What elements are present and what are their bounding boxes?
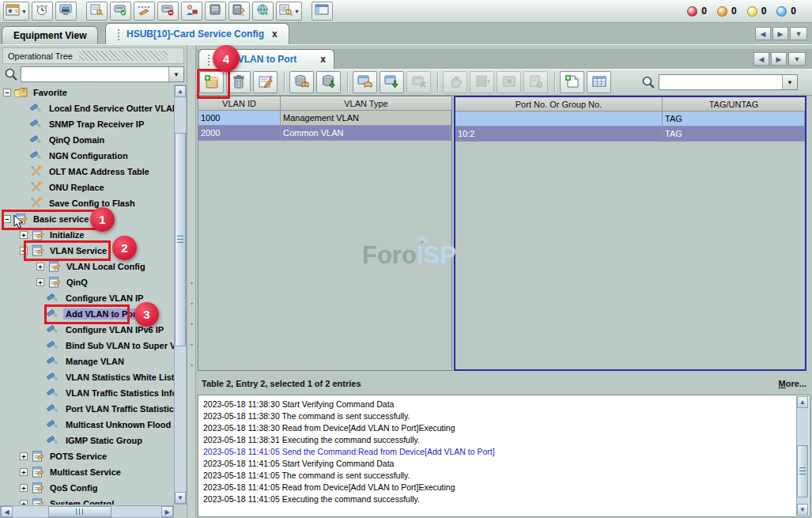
license-button[interactable] xyxy=(86,2,108,21)
tab-equipment-view[interactable]: Equipment View xyxy=(2,26,98,44)
tree-item[interactable]: VLAN Traffic Statistics Info xyxy=(0,385,174,401)
tab-card-service-config[interactable]: HSUB[10]-Card Service Config x xyxy=(105,23,289,44)
scrollbar-thumb[interactable] xyxy=(797,445,808,497)
tab-list-dropdown-icon[interactable]: ▼ xyxy=(788,52,806,66)
dropdown-arrow-icon[interactable]: ▼ xyxy=(294,9,300,14)
device-confirm-button[interactable] xyxy=(110,2,131,21)
expand-icon[interactable]: + xyxy=(20,484,28,492)
tree-item[interactable]: +QinQ xyxy=(0,274,174,290)
collapse-icon[interactable]: − xyxy=(20,247,28,255)
more-link[interactable]: More... xyxy=(779,379,806,388)
scroll-down-icon[interactable]: ▼ xyxy=(797,504,808,516)
tree-item[interactable]: +QoS Config xyxy=(0,480,174,496)
tree-vertical-scrollbar[interactable]: ▲ ▼ xyxy=(174,85,187,505)
collapse-icon[interactable]: − xyxy=(3,89,11,96)
tree-item[interactable]: Save Config to Flash xyxy=(0,195,174,211)
scrollbar-thumb[interactable] xyxy=(48,506,111,517)
table-row[interactable]: 2000Common VLAN xyxy=(198,126,451,141)
tree-item[interactable]: −Favorite xyxy=(0,85,174,100)
web-manage-button[interactable] xyxy=(252,2,274,21)
delete-entry-button[interactable] xyxy=(226,71,251,93)
collapse-icon[interactable]: − xyxy=(3,215,11,223)
new-page-button[interactable] xyxy=(560,71,584,93)
tree-item[interactable]: SNMP Trap Receiver IP xyxy=(0,116,174,132)
tree-item[interactable]: Manage VLAN xyxy=(0,354,174,369)
scroll-down-icon[interactable]: ▼ xyxy=(175,492,186,504)
tree-item[interactable]: Add VLAN to Port xyxy=(0,306,174,322)
tree-item[interactable]: +System Control xyxy=(0,496,174,505)
tab-list-dropdown-icon[interactable]: ▼ xyxy=(790,27,807,40)
scroll-up-icon[interactable]: ▲ xyxy=(797,396,808,408)
chevron-down-icon[interactable]: ▼ xyxy=(168,67,183,81)
tree-item[interactable]: Port VLAN Traffic Statistics xyxy=(0,401,174,417)
dropdown-arrow-icon[interactable]: ▼ xyxy=(21,9,27,14)
table-row[interactable]: 1000Management VLAN xyxy=(198,111,451,126)
column-header[interactable]: TAG/UNTAG xyxy=(663,97,805,112)
add-entry-button[interactable] xyxy=(199,71,224,93)
close-icon[interactable]: x xyxy=(320,54,326,65)
expand-icon[interactable]: + xyxy=(20,452,28,460)
tree-search-input[interactable] xyxy=(21,67,168,81)
tree-item[interactable]: +POTS Service xyxy=(0,448,174,464)
tree-item[interactable]: OLT MAC Address Table xyxy=(0,164,174,180)
expand-icon[interactable]: + xyxy=(20,500,28,505)
scroll-right-icon[interactable]: ▶ xyxy=(161,506,173,517)
tree-item[interactable]: QinQ Domain xyxy=(0,132,174,148)
tab-scroll-left-icon[interactable]: ◀ xyxy=(755,27,771,40)
alarm-indicator-critical[interactable]: 0 xyxy=(687,6,707,17)
workspace-button[interactable]: ▼ xyxy=(3,2,29,21)
read-from-device-button[interactable] xyxy=(353,71,377,93)
tree-item[interactable]: −VLAN Service xyxy=(0,243,174,259)
scroll-up-icon[interactable]: ▲ xyxy=(175,85,186,97)
expand-icon[interactable]: + xyxy=(20,231,28,239)
tab-add-vlan-to-port[interactable]: Add VLAN to Port x xyxy=(198,49,334,69)
server-button[interactable] xyxy=(205,2,226,21)
close-icon[interactable]: x xyxy=(272,28,278,40)
tree-horizontal-scrollbar[interactable]: ◀ ▶ xyxy=(0,505,174,518)
column-header[interactable]: VLAN Type xyxy=(281,96,451,111)
show-table-button[interactable] xyxy=(587,71,611,93)
tab-scroll-left-icon[interactable]: ◀ xyxy=(753,52,769,66)
onu-monitor-button[interactable] xyxy=(55,2,77,21)
table-row[interactable]: TAG xyxy=(455,112,805,127)
table-row[interactable]: 10:2TAG xyxy=(455,127,805,142)
tree-item[interactable]: Multicast Unknown Flood xyxy=(0,417,174,433)
expand-icon[interactable]: + xyxy=(20,468,28,476)
table-search-input[interactable] xyxy=(659,75,782,89)
read-from-db-button[interactable] xyxy=(289,71,314,93)
tree-item[interactable]: +Initialize xyxy=(0,227,174,243)
chevron-down-icon[interactable]: ▼ xyxy=(782,75,797,89)
tab-scroll-right-icon[interactable]: ▶ xyxy=(771,52,787,66)
schedule-task-button[interactable] xyxy=(32,2,53,21)
tree-item[interactable]: NGN Configuration xyxy=(0,148,174,164)
panel-window-button[interactable] xyxy=(312,2,333,21)
server-user-button[interactable] xyxy=(228,2,250,21)
log-search-button[interactable]: ▼ xyxy=(276,2,302,21)
alarm-indicator-major[interactable]: 0 xyxy=(717,6,737,17)
line-test-button[interactable] xyxy=(134,2,155,21)
apply-to-device-button[interactable] xyxy=(380,71,404,93)
tree-item[interactable]: Configure VLAN IPv6 IP xyxy=(0,322,174,338)
log-vertical-scrollbar[interactable]: ▲ ▼ xyxy=(796,396,809,516)
user-service-button[interactable] xyxy=(181,2,202,21)
expand-icon[interactable]: + xyxy=(36,278,44,286)
tree-item[interactable]: Local End Service Outter VLAN xyxy=(0,100,174,116)
tree-item[interactable]: +Multicast Service xyxy=(0,464,174,480)
tree-item[interactable]: −Basic service xyxy=(0,211,174,227)
tab-scroll-right-icon[interactable]: ▶ xyxy=(772,27,788,40)
tree-item[interactable]: +VLAN Local Config xyxy=(0,259,174,274)
alarm-indicator-minor[interactable]: 0 xyxy=(747,6,767,17)
panel-splitter[interactable] xyxy=(187,45,196,518)
tree-item[interactable]: ONU Replace xyxy=(0,180,174,195)
tree-item[interactable]: Bind Sub VLAN to Super VL xyxy=(0,338,174,354)
column-header[interactable]: Port No. Or Group No. xyxy=(455,97,663,112)
scroll-left-icon[interactable]: ◀ xyxy=(1,506,13,517)
scrollbar-thumb[interactable] xyxy=(175,133,186,346)
expand-icon[interactable]: + xyxy=(36,263,44,270)
save-to-db-button[interactable] xyxy=(316,71,341,93)
device-remove-button[interactable] xyxy=(157,2,179,21)
alarm-indicator-warning[interactable]: 0 xyxy=(776,6,796,17)
tree-item[interactable]: IGMP Static Group xyxy=(0,433,174,448)
tree-item[interactable]: Configure VLAN IP xyxy=(0,290,174,306)
modify-entry-button[interactable] xyxy=(253,71,278,93)
